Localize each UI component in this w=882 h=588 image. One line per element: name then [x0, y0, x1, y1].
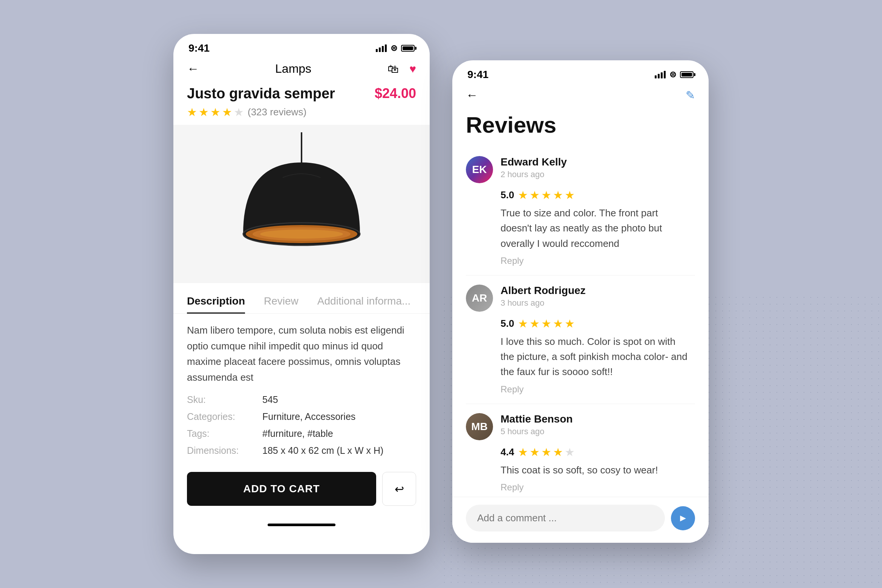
cart-icon[interactable]: 🛍	[387, 63, 399, 75]
reviews-title: Reviews	[452, 108, 709, 147]
reviewer-time-mattie: 5 hours ago	[501, 427, 573, 436]
reviews-list: EK Edward Kelly 2 hours ago 5.0 ★ ★ ★ ★ …	[452, 147, 709, 502]
status-time: 9:41	[188, 42, 210, 54]
reviewer-time-edward: 2 hours ago	[501, 170, 567, 179]
dimensions-value: 185 x 40 x 62 cm (L x W x H)	[262, 445, 383, 456]
reviews-back-button[interactable]: ←	[466, 88, 478, 102]
star-4: ★	[222, 106, 232, 119]
sku-value: 545	[262, 394, 278, 405]
review-rating-edward: 5.0 ★ ★ ★ ★ ★	[466, 188, 695, 202]
avatar-albert: AR	[466, 285, 493, 312]
star-5: ★	[234, 106, 244, 119]
product-title: Justo gravida semper	[187, 86, 335, 102]
send-icon: ►	[678, 512, 688, 524]
reviewer-name-albert: Albert Rodriguez	[501, 285, 586, 297]
reviewer-name-edward: Edward Kelly	[501, 156, 567, 168]
dimensions-label: Dimensions:	[187, 445, 262, 456]
nav-title: Lamps	[275, 62, 311, 76]
categories-label: Categories:	[187, 411, 262, 422]
review-header-edward: EK Edward Kelly 2 hours ago	[466, 156, 695, 183]
share-icon: ↩	[395, 482, 404, 496]
review-item-edward: EK Edward Kelly 2 hours ago 5.0 ★ ★ ★ ★ …	[466, 147, 695, 276]
reply-button-albert[interactable]: Reply	[466, 384, 695, 395]
comment-input[interactable]	[466, 505, 665, 531]
wishlist-icon[interactable]: ♥	[409, 63, 416, 75]
review-item-mattie: MB Mattie Benson 5 hours ago 4.4 ★ ★ ★ ★…	[466, 404, 695, 502]
tags-value: #furniture, #table	[262, 428, 333, 439]
reviews-screen: 9:41 ⊜ ← ✎ Reviews EK Edward Kelly 2 hou…	[452, 60, 709, 543]
nav-bar: ← Lamps 🛍 ♥	[173, 58, 430, 82]
lamp-illustration	[234, 132, 369, 276]
reply-button-edward[interactable]: Reply	[466, 256, 695, 266]
reply-button-mattie[interactable]: Reply	[466, 482, 695, 493]
review-text-albert: I love this so much. Color is spot on wi…	[466, 334, 695, 380]
review-item-albert: AR Albert Rodriguez 3 hours ago 5.0 ★ ★ …	[466, 276, 695, 404]
reviews-wifi-icon: ⊜	[669, 70, 676, 80]
svg-point-4	[260, 230, 343, 239]
review-count: (323 reviews)	[248, 106, 306, 118]
reviewer-time-albert: 3 hours ago	[501, 298, 586, 308]
send-button[interactable]: ►	[671, 506, 695, 530]
star-3: ★	[210, 106, 220, 119]
detail-sku: Sku: 545	[187, 391, 416, 408]
review-text-edward: True to size and color. The front part d…	[466, 205, 695, 251]
home-bar	[268, 524, 335, 526]
review-score-edward: 5.0	[501, 189, 514, 201]
add-to-cart-button[interactable]: ADD TO CART	[187, 472, 376, 506]
status-icons: ⊜	[376, 43, 415, 53]
product-tabs: Description Review Additional informa...	[173, 289, 430, 314]
reviews-nav: ← ✎	[452, 84, 709, 108]
product-price: $24.00	[375, 86, 416, 101]
reviews-status-bar: 9:41 ⊜	[452, 60, 709, 84]
status-bar: 9:41 ⊜	[173, 34, 430, 58]
reviews-signal-icon	[655, 71, 666, 78]
sku-label: Sku:	[187, 394, 262, 405]
review-stars-mattie: ★ ★ ★ ★ ★	[518, 446, 575, 459]
review-score-albert: 5.0	[501, 318, 514, 329]
edit-icon[interactable]: ✎	[686, 89, 695, 102]
reviewer-name-mattie: Mattie Benson	[501, 413, 573, 425]
categories-value: Furniture, Accessories	[262, 411, 355, 422]
avatar-edward: EK	[466, 156, 493, 183]
wifi-icon: ⊜	[390, 43, 397, 53]
tab-review[interactable]: Review	[264, 289, 299, 313]
reviewer-info-albert: Albert Rodriguez 3 hours ago	[501, 285, 586, 308]
back-button[interactable]: ←	[187, 62, 199, 76]
reviews-status-icons: ⊜	[655, 70, 694, 80]
share-button[interactable]: ↩	[382, 472, 416, 506]
star-2: ★	[199, 106, 209, 119]
product-image	[173, 125, 430, 283]
cart-bar: ADD TO CART ↩	[173, 463, 430, 517]
tags-label: Tags:	[187, 428, 262, 439]
detail-categories: Categories: Furniture, Accessories	[187, 408, 416, 425]
product-header: Justo gravida semper $24.00	[173, 82, 430, 102]
reviews-status-time: 9:41	[467, 69, 488, 81]
detail-tags: Tags: #furniture, #table	[187, 425, 416, 442]
review-rating-mattie: 4.4 ★ ★ ★ ★ ★	[466, 446, 695, 459]
tab-description[interactable]: Description	[187, 289, 245, 313]
product-details: Sku: 545 Categories: Furniture, Accessor…	[173, 391, 430, 459]
star-rating: ★ ★ ★ ★ ★	[187, 106, 244, 119]
reviews-battery-icon	[680, 71, 694, 78]
home-indicator	[173, 517, 430, 532]
review-header-albert: AR Albert Rodriguez 3 hours ago	[466, 285, 695, 312]
comment-bar: ►	[452, 497, 709, 543]
review-rating-albert: 5.0 ★ ★ ★ ★ ★	[466, 317, 695, 330]
signal-icon	[376, 44, 387, 52]
nav-actions: 🛍 ♥	[387, 63, 416, 75]
review-header-mattie: MB Mattie Benson 5 hours ago	[466, 413, 695, 440]
product-screen: 9:41 ⊜ ← Lamps 🛍 ♥ Justo gravida semper …	[173, 34, 430, 554]
detail-dimensions: Dimensions: 185 x 40 x 62 cm (L x W x H)	[187, 442, 416, 459]
reviewer-info-edward: Edward Kelly 2 hours ago	[501, 156, 567, 179]
battery-icon	[401, 45, 415, 52]
tab-additional-info[interactable]: Additional informa...	[317, 289, 410, 313]
avatar-mattie: MB	[466, 413, 493, 440]
review-stars-albert: ★ ★ ★ ★ ★	[518, 317, 575, 330]
product-description: Nam libero tempore, cum soluta nobis est…	[173, 314, 430, 391]
review-text-mattie: This coat is so soft, so cosy to wear!	[466, 462, 695, 478]
rating-row: ★ ★ ★ ★ ★ (323 reviews)	[173, 102, 430, 119]
review-score-mattie: 4.4	[501, 446, 514, 458]
reviewer-info-mattie: Mattie Benson 5 hours ago	[501, 413, 573, 436]
star-1: ★	[187, 106, 197, 119]
review-stars-edward: ★ ★ ★ ★ ★	[518, 188, 575, 202]
